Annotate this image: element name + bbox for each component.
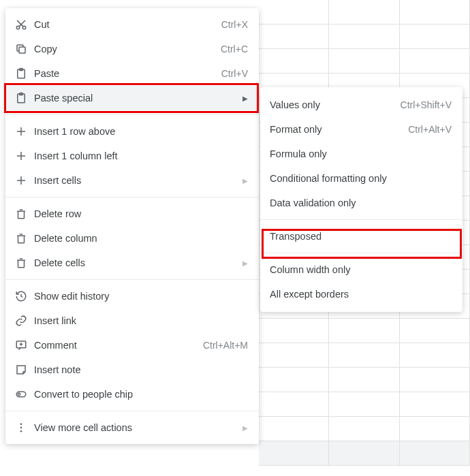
svg-point-0	[16, 26, 20, 29]
menu-label: Convert to people chip	[34, 389, 248, 400]
menu-label: Cut	[34, 19, 221, 30]
menu-item-show-edit-history[interactable]: Show edit history	[5, 284, 259, 308]
comment-icon	[15, 339, 34, 351]
people-chip-icon	[15, 388, 34, 400]
submenu-arrow-icon: ▶	[242, 95, 248, 102]
menu-item-comment[interactable]: Comment Ctrl+Alt+M	[5, 333, 259, 358]
submenu-item-data-validation[interactable]: Data validation only	[260, 191, 463, 215]
menu-item-convert-people-chip[interactable]: Convert to people chip	[5, 382, 259, 407]
menu-item-paste[interactable]: Paste Ctrl+V	[5, 61, 259, 86]
shortcut: Ctrl+Shift+V	[401, 99, 452, 110]
trash-icon	[15, 232, 34, 244]
submenu-item-values-only[interactable]: Values only Ctrl+Shift+V	[260, 93, 463, 117]
menu-label: Copy	[34, 44, 221, 54]
plus-icon	[15, 125, 34, 138]
menu-label: Insert 1 row above	[34, 126, 248, 137]
divider	[260, 219, 463, 220]
trash-icon	[15, 257, 34, 269]
menu-item-insert-note[interactable]: Insert note	[5, 358, 259, 382]
menu-label: Data validation only	[270, 197, 452, 208]
menu-label: View more cell actions	[34, 422, 237, 433]
menu-item-paste-special[interactable]: Paste special ▶	[5, 86, 259, 110]
shortcut: Ctrl+Alt+V	[408, 124, 452, 135]
note-icon	[15, 364, 34, 376]
shortcut: Ctrl+C	[221, 44, 248, 54]
cut-icon	[15, 18, 34, 31]
submenu-item-all-except-borders[interactable]: All except borders	[260, 282, 463, 306]
menu-item-delete-column[interactable]: Delete column	[5, 226, 259, 251]
context-menu: Cut Ctrl+X Copy Ctrl+C Paste Ctrl+V Past…	[5, 8, 259, 444]
link-icon	[15, 315, 34, 327]
menu-label: Insert cells	[34, 175, 237, 186]
submenu-item-column-width[interactable]: Column width only	[260, 257, 463, 282]
menu-label: Insert note	[34, 364, 248, 375]
svg-point-10	[20, 423, 22, 425]
menu-item-delete-cells[interactable]: Delete cells ▶	[5, 251, 259, 275]
menu-item-view-more[interactable]: View more cell actions ▶	[5, 415, 259, 440]
menu-label: Paste special	[34, 93, 237, 104]
history-icon	[15, 290, 34, 302]
copy-icon	[15, 43, 34, 55]
menu-label: Paste	[34, 68, 221, 79]
menu-label: Column width only	[270, 264, 452, 275]
shortcut: Ctrl+V	[221, 68, 248, 79]
divider	[5, 279, 259, 280]
menu-item-delete-row[interactable]: Delete row	[5, 202, 259, 226]
menu-item-insert-column-left[interactable]: Insert 1 column left	[5, 144, 259, 168]
submenu-arrow-icon: ▶	[242, 259, 248, 267]
menu-label: Transposed	[270, 231, 452, 242]
menu-item-insert-row-above[interactable]: Insert 1 row above	[5, 119, 259, 144]
paste-special-icon	[15, 92, 34, 104]
plus-icon	[15, 174, 34, 187]
menu-label: Delete cells	[34, 257, 237, 268]
svg-point-1	[22, 26, 26, 29]
divider	[5, 411, 259, 411]
menu-item-copy[interactable]: Copy Ctrl+C	[5, 37, 259, 61]
submenu-arrow-icon: ▶	[242, 424, 248, 432]
menu-item-insert-cells[interactable]: Insert cells ▶	[5, 168, 259, 193]
svg-point-11	[20, 427, 22, 429]
menu-label: Format only	[270, 124, 408, 135]
plus-icon	[15, 150, 34, 162]
submenu-arrow-icon: ▶	[242, 177, 248, 185]
svg-rect-2	[19, 47, 25, 53]
menu-label: Delete row	[34, 208, 248, 219]
menu-item-insert-link[interactable]: Insert link	[5, 308, 259, 333]
submenu-item-formula-only[interactable]: Formula only	[260, 142, 463, 166]
menu-label: Formula only	[270, 148, 452, 159]
svg-point-12	[20, 430, 22, 432]
divider	[5, 114, 259, 115]
menu-label: Conditional formatting only	[270, 173, 452, 184]
paste-icon	[15, 67, 34, 80]
menu-label: Insert 1 column left	[34, 150, 248, 161]
submenu-item-transposed[interactable]: Transposed	[260, 224, 463, 249]
paste-special-submenu: Values only Ctrl+Shift+V Format only Ctr…	[260, 87, 463, 312]
trash-icon	[15, 208, 34, 220]
svg-point-9	[18, 393, 20, 395]
shortcut: Ctrl+X	[221, 19, 248, 30]
divider	[260, 253, 463, 253]
more-icon	[15, 422, 34, 434]
menu-label: Values only	[270, 99, 401, 110]
menu-label: Insert link	[34, 315, 248, 326]
submenu-item-format-only[interactable]: Format only Ctrl+Alt+V	[260, 117, 463, 142]
submenu-item-conditional-formatting[interactable]: Conditional formatting only	[260, 166, 463, 191]
menu-item-cut[interactable]: Cut Ctrl+X	[5, 12, 259, 37]
shortcut: Ctrl+Alt+M	[203, 340, 248, 351]
divider	[5, 197, 259, 197]
menu-label: Comment	[34, 340, 203, 351]
menu-label: Delete column	[34, 233, 248, 244]
menu-label: All except borders	[270, 289, 452, 300]
menu-label: Show edit history	[34, 291, 248, 302]
